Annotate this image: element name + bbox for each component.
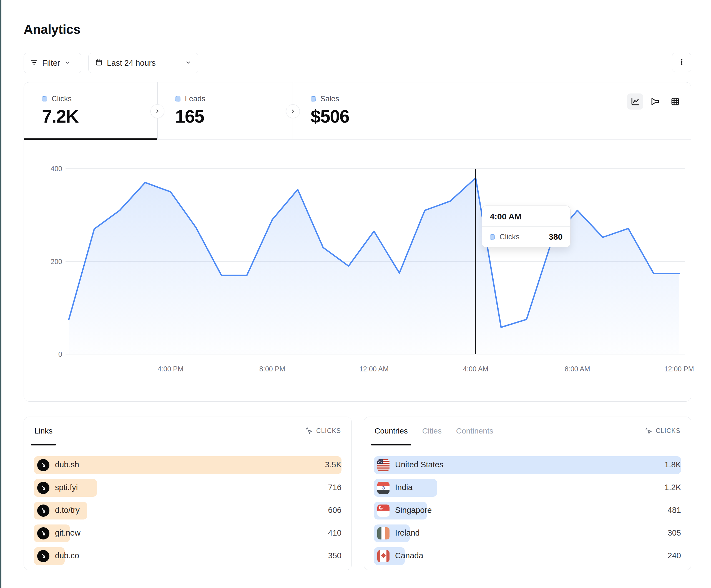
dub-logo-icon: [37, 459, 49, 471]
row-value: 1.8K: [664, 460, 681, 469]
row-value: 305: [668, 528, 681, 538]
cursor-click-icon: [644, 427, 653, 435]
list-item[interactable]: India 1.2K: [374, 479, 681, 502]
leads-legend-dot: [175, 96, 180, 101]
links-metric[interactable]: CLICKS: [305, 427, 341, 435]
stat-label: Leads: [185, 95, 206, 103]
row-value: 481: [668, 506, 681, 515]
list-item[interactable]: United States 1.8K: [374, 456, 681, 479]
row-label: Canada: [395, 551, 423, 560]
window-edge-strip: [0, 0, 1, 588]
row-label: United States: [395, 460, 444, 469]
list-item[interactable]: Canada 240: [374, 547, 681, 570]
kebab-menu-icon: [677, 58, 686, 67]
row-label: Ireland: [395, 528, 420, 538]
x-axis-tick: 8:00 AM: [565, 365, 590, 373]
view-line-chart-button[interactable]: [627, 93, 643, 110]
clicks-timeseries-chart[interactable]: 02004004:00 PM8:00 PM12:00 AM4:00 AM8:00…: [24, 139, 692, 402]
list-item[interactable]: spti.fyi 716: [34, 479, 342, 502]
row-value: 1.2K: [664, 483, 681, 492]
chevron-down-icon: [185, 59, 192, 67]
tab-cities[interactable]: Cities: [422, 417, 442, 445]
more-options-button[interactable]: [672, 53, 691, 72]
dub-logo-icon: [37, 527, 49, 540]
dub-logo-icon: [37, 482, 49, 494]
chart-series: [69, 168, 679, 354]
flag-india-icon: [377, 482, 389, 494]
stat-tab-leads[interactable]: Leads 165: [157, 82, 293, 139]
row-value: 716: [328, 483, 342, 492]
stat-label: Sales: [320, 95, 339, 103]
y-axis-tick: 200: [50, 258, 62, 266]
links-panel: Links CLICKS dub.sh 3.5K spti.fyi 716 d.…: [24, 416, 352, 570]
x-axis-tick: 8:00 PM: [259, 365, 285, 373]
cursor-click-icon: [305, 427, 314, 435]
chevron-right-icon: [289, 108, 296, 115]
tab-countries[interactable]: Countries: [374, 417, 408, 445]
row-label: git.new: [55, 528, 81, 538]
value-bar: [34, 456, 342, 474]
countries-panel-header: CountriesCitiesContinents CLICKS: [364, 417, 691, 445]
chevron-right-icon: [154, 108, 161, 115]
row-value: 3.5K: [325, 460, 342, 469]
clicks-legend-dot: [42, 96, 47, 101]
line-chart-icon: [630, 96, 641, 107]
flag-singapore-icon: [377, 504, 389, 517]
funnel-icon: [650, 96, 661, 107]
y-axis-tick: 400: [50, 165, 62, 173]
stat-value: 7.2K: [42, 106, 157, 127]
chevron-down-icon: [64, 59, 71, 67]
table-grid-icon: [670, 96, 681, 107]
flag-ireland-icon: [377, 527, 389, 540]
date-range-button[interactable]: Last 24 hours: [88, 53, 198, 73]
countries-metric[interactable]: CLICKS: [644, 427, 681, 435]
area-fill: [69, 178, 679, 355]
y-axis-tick: 0: [58, 350, 62, 358]
list-item[interactable]: Ireland 305: [374, 524, 681, 547]
filter-button[interactable]: Filter: [24, 53, 81, 73]
stat-value: $506: [311, 106, 431, 127]
list-item[interactable]: dub.co 350: [34, 547, 342, 570]
stat-label: Clicks: [52, 95, 72, 103]
page-title: Analytics: [24, 22, 80, 37]
view-funnel-button[interactable]: [647, 93, 663, 110]
list-item[interactable]: git.new 410: [34, 524, 342, 547]
row-value: 240: [668, 551, 681, 560]
stats-tabs-row: Clicks 7.2K Leads 165 Sales $506: [24, 82, 691, 139]
calendar-icon: [95, 58, 103, 68]
metric-label: CLICKS: [316, 427, 341, 435]
sales-legend-dot: [311, 96, 316, 101]
tooltip-series-value: 380: [548, 232, 562, 242]
tooltip-series-label: Clicks: [499, 233, 544, 241]
list-item[interactable]: Singapore 481: [374, 502, 681, 524]
links-panel-header: Links CLICKS: [24, 417, 351, 445]
flag-canada-icon: [377, 550, 389, 562]
filter-button-label: Filter: [42, 59, 60, 68]
flag-us-icon: [377, 459, 389, 471]
chart-tooltip: 4:00 AM Clicks 380: [482, 205, 570, 247]
list-item[interactable]: dub.sh 3.5K: [34, 456, 342, 479]
date-range-label: Last 24 hours: [107, 59, 156, 68]
analytics-page: Analytics Filter Last 24 hours Cli: [0, 0, 711, 588]
tab-continents[interactable]: Continents: [456, 417, 493, 445]
tooltip-time-label: 4:00 AM: [482, 206, 570, 227]
row-label: dub.co: [55, 551, 79, 560]
row-value: 410: [328, 528, 342, 538]
metric-label: CLICKS: [656, 427, 681, 435]
row-label: dub.sh: [55, 460, 79, 469]
stat-tab-sales[interactable]: Sales $506: [293, 82, 431, 139]
tooltip-series-dot: [490, 234, 495, 240]
expand-leads-chevron-button[interactable]: [286, 104, 300, 118]
stat-tab-clicks[interactable]: Clicks 7.2K: [24, 82, 157, 139]
row-value: 350: [328, 551, 342, 560]
view-table-button[interactable]: [667, 93, 683, 110]
x-axis-tick: 12:00 AM: [359, 365, 389, 373]
row-label: spti.fyi: [55, 483, 78, 492]
list-item[interactable]: d.to/try 606: [34, 502, 342, 524]
row-label: d.to/try: [55, 506, 80, 515]
chart-view-toolbar: [627, 93, 683, 110]
tab-links[interactable]: Links: [35, 417, 52, 445]
x-axis-tick: 4:00 PM: [158, 365, 184, 373]
expand-clicks-chevron-button[interactable]: [150, 104, 164, 118]
row-label: Singapore: [395, 506, 432, 515]
